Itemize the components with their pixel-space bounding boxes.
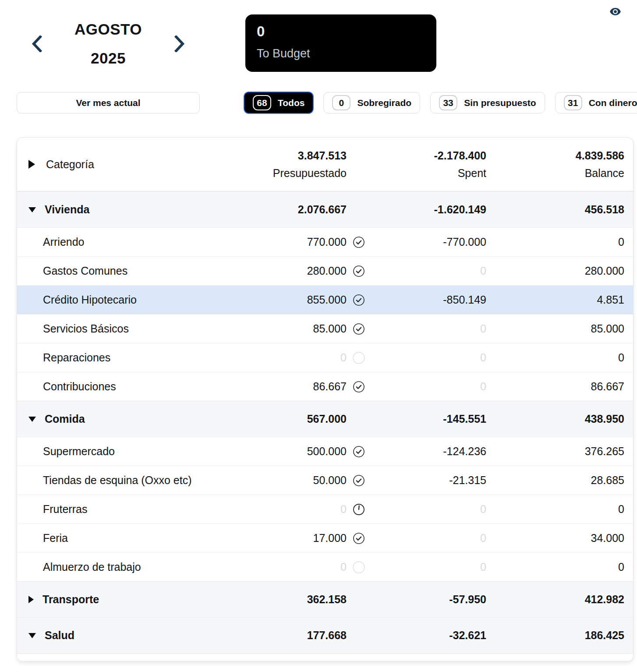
spent-value[interactable]: 0 (371, 265, 494, 277)
filter-sin-presupuesto[interactable]: 33 Sin presupuesto (430, 92, 545, 113)
budgeted-value[interactable]: 17.000 (250, 532, 347, 545)
budgeted-value[interactable]: 855.000 (250, 294, 347, 306)
category-row[interactable]: Tiendas de esquina (Oxxo etc)50.000-21.3… (17, 466, 633, 495)
balance-value[interactable]: 0 (494, 503, 633, 516)
category-row[interactable]: Almuerzo de trabajo000 (17, 552, 633, 581)
category-name-cell[interactable]: Transporte (17, 593, 250, 606)
spent-value[interactable]: -850.149 (371, 294, 494, 306)
category-name[interactable]: Fruterras (43, 503, 87, 516)
spent-value[interactable]: 0 (371, 561, 494, 573)
spent-value[interactable]: -770.000 (371, 236, 494, 248)
category-row[interactable]: Supermercado500.000-124.236376.265 (17, 437, 633, 466)
empty-circle-icon[interactable] (347, 561, 371, 574)
spent-value[interactable]: 0 (371, 380, 494, 393)
previous-month-button[interactable] (32, 35, 42, 52)
category-name-cell[interactable]: Reparaciones (17, 351, 250, 364)
clock-circle-icon[interactable] (347, 503, 371, 516)
spent-value[interactable]: 0 (371, 322, 494, 335)
category-group-row[interactable]: Comida567.000-145.551438.950 (17, 401, 633, 437)
category-name[interactable]: Tiendas de esquina (Oxxo etc) (43, 474, 192, 487)
balance-value[interactable]: 280.000 (494, 265, 633, 277)
category-name-cell[interactable]: Servicios Básicos (17, 322, 250, 335)
category-name-cell[interactable]: Almuerzo de trabajo (17, 561, 250, 573)
view-current-month-button[interactable]: Ver mes actual (17, 92, 200, 113)
balance-value[interactable]: 85.000 (494, 322, 633, 335)
spent-value[interactable]: 0 (371, 532, 494, 545)
collapse-all-control[interactable]: Categoría (17, 158, 250, 171)
check-circle-icon[interactable] (347, 474, 371, 487)
spent-value[interactable]: 0 (371, 351, 494, 364)
triangle-down-icon[interactable] (28, 416, 36, 422)
category-row[interactable]: Reparaciones000 (17, 343, 633, 372)
check-circle-icon[interactable] (347, 294, 371, 306)
budgeted-value[interactable]: 0 (250, 561, 347, 573)
balance-value[interactable]: 86.667 (494, 380, 633, 393)
triangle-down-icon[interactable] (28, 633, 36, 639)
category-name-cell[interactable]: Fruterras (17, 503, 250, 516)
budgeted-value[interactable]: 770.000 (250, 236, 347, 248)
current-month-display[interactable]: AGOSTO 2025 (74, 21, 142, 67)
balance-value[interactable]: 186.425 (494, 629, 633, 642)
spent-column-header[interactable]: -2.178.400 Spent (371, 149, 494, 180)
balance-value[interactable]: 0 (494, 351, 633, 364)
spent-value[interactable]: -32.621 (371, 629, 494, 642)
category-group-row[interactable]: Vivienda2.076.667-1.620.149456.518 (17, 191, 633, 227)
check-circle-icon[interactable] (347, 323, 371, 335)
budgeted-value[interactable]: 280.000 (250, 265, 347, 277)
category-row[interactable]: Feria17.000034.000 (17, 523, 633, 552)
category-name-cell[interactable]: Contribuciones (17, 380, 250, 393)
balance-value[interactable]: 34.000 (494, 532, 633, 545)
check-circle-icon[interactable] (347, 532, 371, 545)
balance-value[interactable]: 438.950 (494, 413, 633, 425)
balance-value[interactable]: 0 (494, 561, 633, 573)
filter-sobregirado[interactable]: 0 Sobregirado (323, 92, 420, 113)
category-row[interactable]: Fruterras000 (17, 495, 633, 523)
category-name-cell[interactable]: Tiendas de esquina (Oxxo etc) (17, 474, 250, 487)
next-month-button[interactable] (174, 35, 185, 52)
category-row[interactable]: Crédito Hipotecario855.000-850.1494.851 (17, 285, 633, 314)
to-budget-card[interactable]: 0 To Budget (245, 14, 436, 72)
category-name[interactable]: Comida (45, 413, 85, 425)
budgeted-column-header[interactable]: 3.847.513 Presupuestado (250, 149, 347, 180)
category-name-cell[interactable]: Gastos Comunes (17, 265, 250, 277)
balance-value[interactable]: 456.518 (494, 203, 633, 216)
toggle-visibility-button[interactable] (605, 4, 625, 19)
category-name[interactable]: Arriendo (43, 236, 85, 248)
category-name[interactable]: Reparaciones (43, 351, 110, 364)
budgeted-value[interactable]: 500.000 (250, 445, 347, 458)
budgeted-value[interactable]: 50.000 (250, 474, 347, 487)
triangle-right-icon[interactable] (28, 595, 34, 604)
filter-todos[interactable]: 68 Todos (244, 92, 313, 113)
category-name-cell[interactable]: Vivienda (17, 203, 250, 216)
filter-con-dinero[interactable]: 31 Con dinero (555, 92, 637, 113)
budgeted-value[interactable]: 0 (250, 503, 347, 516)
category-name-cell[interactable]: Arriendo (17, 236, 250, 248)
category-name[interactable]: Gastos Comunes (43, 265, 127, 277)
balance-value[interactable]: 376.265 (494, 445, 633, 458)
spent-value[interactable]: -57.950 (371, 593, 494, 606)
category-name[interactable]: Crédito Hipotecario (43, 294, 137, 306)
spent-value[interactable]: -1.620.149 (371, 203, 494, 216)
budgeted-value[interactable]: 86.667 (250, 380, 347, 393)
category-row[interactable]: Gastos Comunes280.0000280.000 (17, 256, 633, 285)
category-name-cell[interactable]: Supermercado (17, 445, 250, 458)
category-row[interactable]: Contribuciones86.667086.667 (17, 372, 633, 401)
spent-value[interactable]: 0 (371, 503, 494, 516)
category-name[interactable]: Feria (43, 532, 68, 545)
budgeted-value[interactable]: 567.000 (250, 413, 347, 425)
balance-column-header[interactable]: 4.839.586 Balance (494, 149, 633, 180)
category-name[interactable]: Servicios Básicos (43, 322, 129, 335)
spent-value[interactable]: -21.315 (371, 474, 494, 487)
category-group-row[interactable]: Transporte362.158-57.950412.982 (17, 581, 633, 617)
balance-value[interactable]: 412.982 (494, 593, 633, 606)
category-row[interactable]: Arriendo770.000-770.0000 (17, 227, 633, 256)
budgeted-value[interactable]: 362.158 (250, 593, 347, 606)
balance-value[interactable]: 4.851 (494, 294, 633, 306)
budgeted-value[interactable]: 177.668 (250, 629, 347, 642)
spent-value[interactable]: -124.236 (371, 445, 494, 458)
budgeted-value[interactable]: 2.076.667 (250, 203, 347, 216)
category-name-cell[interactable]: Crédito Hipotecario (17, 294, 250, 306)
category-row[interactable]: Servicios Básicos85.000085.000 (17, 314, 633, 343)
category-name[interactable]: Contribuciones (43, 380, 116, 393)
category-name-cell[interactable]: Salud (17, 629, 250, 642)
